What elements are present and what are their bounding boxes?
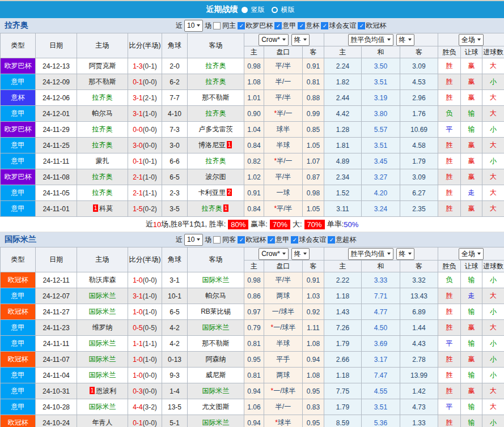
competition-label: 意超杯 (336, 235, 356, 245)
date-cell: 24-11-25 (36, 138, 77, 153)
score-cell: 4-4(3-2) (128, 399, 162, 415)
competition-checkbox[interactable]: ✓ (358, 22, 365, 29)
handicap-line: 球半 (264, 122, 303, 138)
result-cell: 负 (438, 272, 461, 288)
vertical-layout-radio[interactable] (242, 7, 248, 13)
scope-group-header: 全场 (438, 33, 504, 46)
avg-select[interactable]: 胜平负均值 (348, 34, 393, 46)
corner-cell: 3-0 (162, 138, 188, 153)
date-cell: 24-12-13 (36, 58, 77, 74)
match-row: 意甲24-10-311恩波利0-3(0-0)1-4国际米兰0.94*一/球半0.… (1, 383, 504, 399)
handicap-result-cell: 赢 (461, 74, 482, 90)
col-corner: 角球 (162, 33, 188, 58)
date-cell: 24-11-29 (36, 122, 77, 138)
away-team-cell: 尤文图斯 (188, 399, 244, 415)
team-label: 拉齐奥 (92, 173, 113, 181)
away-team-cell: 那不勒斯 (188, 336, 244, 352)
handicap-home-odds: 1.01 (244, 90, 264, 106)
chevron-down-icon (387, 253, 391, 255)
handicap-home-odds: 1.04 (244, 122, 264, 138)
corner-cell: 6-6 (162, 153, 188, 169)
match-count-select[interactable]: 10 (184, 20, 203, 32)
avg-draw-odds: 3.33 (362, 272, 400, 288)
handicap-line: 平/半 (264, 272, 303, 288)
result-cell: 胜 (438, 383, 461, 399)
team-label: 拉齐奥 (92, 189, 113, 197)
sub-goals: 进球数 (482, 46, 504, 58)
match-row: 欧冠杯24-11-27国际米兰1-0(1-0)6-5RB莱比锡0.97一/球半0… (1, 304, 504, 320)
avg-draw-odds: 7.71 (362, 288, 400, 304)
home-team-cell: 拉齐奥 (77, 122, 128, 138)
match-count-select[interactable]: 10 (184, 234, 203, 246)
handicap-home-odds: 0.94 (244, 383, 264, 399)
odds-source-select[interactable]: Crow* (259, 248, 289, 260)
score-cell: 1-0(1-0) (128, 352, 162, 368)
competition-checkbox[interactable]: ✓ (274, 22, 282, 29)
record-summary: 近10场,胜8平1负1, 胜率:80%赢率:70%大:70%单率:50% (0, 217, 504, 232)
team-label: 阿森纳 (206, 355, 226, 363)
goals-result-cell: 小 (482, 304, 504, 320)
home-team-cell: 国际米兰 (77, 399, 128, 415)
competition-checkbox[interactable]: ✓ (291, 236, 298, 244)
team-label: 拉齐奥 (92, 141, 113, 149)
avg-time-select[interactable]: 终 (396, 34, 414, 46)
corner-cell: 0-13 (162, 352, 188, 368)
result-cell: 胜 (438, 352, 461, 368)
avg-away-odds: 13.43 (400, 288, 438, 304)
handicap-line: 平/半 (264, 90, 303, 106)
odds-time-select[interactable]: 终 (291, 34, 310, 46)
avg-away-odds: 13.99 (400, 368, 438, 383)
date-cell: 24-11-23 (36, 320, 77, 336)
avg-draw-odds: 3.50 (362, 58, 400, 74)
avg-draw-odds: 3.24 (362, 201, 400, 217)
horizontal-layout-radio[interactable] (272, 7, 278, 13)
same-venue-checkbox[interactable] (213, 22, 221, 29)
result-cell: 胜 (438, 185, 461, 201)
avg-group-header: 胜平负均值 终 (324, 247, 438, 261)
handicap-result-cell: 赢 (461, 169, 482, 185)
avg-draw-odds: 3.51 (362, 138, 400, 153)
league-cell: 意甲 (1, 185, 36, 201)
avg-home-odds: 1.18 (324, 368, 362, 383)
away-team-cell: 拉齐奥 (188, 106, 244, 122)
avg-select[interactable]: 胜平负均值 (348, 248, 393, 260)
league-cell: 意甲 (1, 399, 36, 415)
team-label: 国际米兰 (202, 276, 230, 284)
same-venue-checkbox[interactable] (213, 236, 221, 244)
horizontal-layout-label[interactable]: 横版 (281, 5, 295, 15)
away-team-cell: 拉齐奥 (188, 58, 244, 74)
competition-label: 意甲 (282, 21, 296, 31)
competition-checkbox[interactable]: ✓ (268, 236, 275, 244)
avg-time-select[interactable]: 终 (396, 248, 414, 260)
handicap-home-odds: 0.86 (244, 288, 264, 304)
corner-cell: 5-1 (162, 415, 188, 427)
handicap-line: 两球 (264, 368, 303, 383)
home-team-cell: 年青人 (77, 415, 128, 427)
scope-select[interactable]: 全场 (459, 248, 484, 260)
league-cell: 意杯 (1, 90, 36, 106)
avg-home-odds: 7.75 (324, 383, 362, 399)
corner-cell: 6-5 (162, 304, 188, 320)
corner-cell: 6-5 (162, 169, 188, 185)
corner-cell: 9-3 (162, 368, 188, 383)
handicap-away-odds: 0.85 (303, 122, 324, 138)
odds-time-select[interactable]: 终 (291, 248, 310, 260)
avg-draw-odds: 4.77 (362, 304, 400, 320)
handicap-home-odds: 0.97 (244, 304, 264, 320)
competition-checkbox[interactable]: ✓ (328, 236, 335, 244)
competition-checkbox[interactable]: ✓ (238, 236, 245, 244)
scope-select[interactable]: 全场 (459, 34, 484, 46)
vertical-layout-label[interactable]: 竖版 (251, 5, 265, 15)
competition-label: 意甲 (276, 235, 289, 245)
result-cell: 胜 (438, 138, 461, 153)
competition-checkbox[interactable]: ✓ (298, 22, 305, 29)
league-cell: 意甲 (1, 383, 36, 399)
chevron-down-icon (408, 39, 412, 41)
competition-checkbox[interactable]: ✓ (321, 22, 328, 29)
competition-checkbox[interactable]: ✓ (238, 22, 245, 29)
avg-away-odds: 1.33 (400, 415, 438, 427)
avg-draw-odds: 3.69 (362, 336, 400, 352)
handicap-away-odds: 1.11 (303, 320, 324, 336)
team-label: 拉齐奥 (206, 109, 226, 117)
odds-source-select[interactable]: Crow* (259, 34, 289, 46)
